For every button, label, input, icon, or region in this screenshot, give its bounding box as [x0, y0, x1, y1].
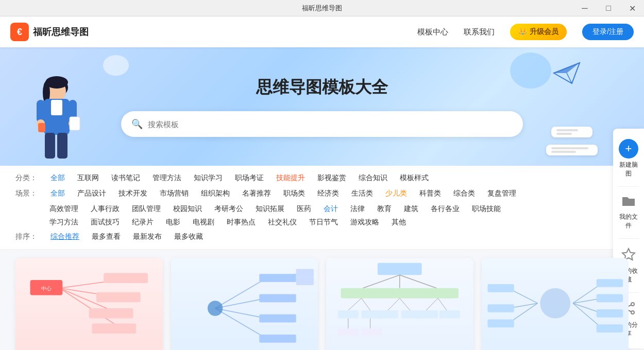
search-input[interactable]	[148, 120, 513, 129]
scene-tag-7[interactable]: 经济类	[312, 187, 344, 200]
scene-tag-11[interactable]: 综合类	[448, 187, 480, 200]
sort-tag-0[interactable]: 综合推荐	[45, 231, 84, 243]
window-title: 福昕思维导图	[302, 4, 342, 13]
scene-tag-12[interactable]: 复盘管理	[482, 187, 521, 200]
scene-tag-21[interactable]: 法律	[345, 203, 370, 215]
scene-tag-22[interactable]: 教育	[372, 203, 397, 215]
scene-tag-24[interactable]: 各行各业	[426, 203, 465, 215]
chat-bubble-2	[546, 145, 598, 155]
svg-rect-50	[341, 288, 382, 299]
category-tag-5[interactable]: 职场考证	[230, 172, 269, 184]
scene-tag-29[interactable]: 电影	[161, 216, 185, 229]
filter-area: 分类： 全部 互联网 读书笔记 管理方法 知识学习 职场考证 技能提升 影视鉴赏…	[0, 166, 644, 250]
my-files-button[interactable]: 我的文件	[613, 190, 644, 235]
header: € 福昕思维导图 模板中心 联系我们 👑 升级会员 登录/注册	[0, 16, 644, 47]
plane-svg	[551, 60, 582, 86]
scene-tag-all[interactable]: 全部	[45, 187, 70, 200]
sort-row: 排序： 综合推荐 最多查看 最新发布 最多收藏	[15, 231, 629, 243]
upgrade-label: 升级会员	[530, 27, 558, 37]
scene-tag-3[interactable]: 市场营销	[155, 187, 194, 200]
scene-tag-15[interactable]: 团队管理	[127, 203, 166, 215]
scene-tag-16[interactable]: 校园知识	[168, 203, 207, 215]
nav-template-center[interactable]: 模板中心	[417, 27, 448, 37]
svg-rect-55	[338, 310, 359, 319]
scene-tag-6[interactable]: 职场类	[278, 187, 310, 200]
template-card-3[interactable]	[326, 258, 473, 350]
scene-tag-9[interactable]: 少儿类	[380, 187, 412, 200]
window-controls: ─ □ ✕	[573, 0, 644, 16]
scene-tag-5[interactable]: 名著推荐	[237, 187, 276, 200]
new-map-button[interactable]: + 新建脑图	[613, 134, 644, 183]
template-card-1[interactable]: 中心	[15, 258, 163, 350]
sort-tag-1[interactable]: 最多查看	[87, 231, 126, 243]
svg-line-33	[215, 278, 266, 308]
login-button[interactable]: 登录/注册	[582, 24, 634, 40]
svg-rect-13	[70, 117, 80, 130]
scene-tag-30[interactable]: 电视剧	[188, 216, 219, 229]
new-map-label: 新建脑图	[617, 161, 640, 178]
svg-line-49	[400, 275, 436, 288]
svg-rect-43	[259, 335, 296, 343]
category-tag-6[interactable]: 技能提升	[271, 172, 310, 184]
scene-row-2: 高效管理 人事行政 团队管理 校园知识 考研考公 知识拓展 医药 会计 法律 教…	[15, 203, 629, 215]
minimize-button[interactable]: ─	[573, 0, 597, 16]
scene-tag-23[interactable]: 建筑	[399, 203, 423, 215]
svg-line-36	[215, 308, 266, 339]
card-2-preview	[171, 258, 318, 350]
svg-rect-42	[259, 314, 296, 323]
upgrade-button[interactable]: 👑 升级会员	[510, 24, 567, 40]
svg-rect-10	[45, 133, 55, 159]
scene-tag-13[interactable]: 高效管理	[44, 203, 83, 215]
scene-tag-8[interactable]: 生活类	[346, 187, 378, 200]
scene-tag-17[interactable]: 考研考公	[209, 203, 248, 215]
scene-tag-1[interactable]: 产品设计	[72, 187, 111, 200]
category-tag-2[interactable]: 读书笔记	[106, 172, 145, 184]
scene-tag-31[interactable]: 时事热点	[222, 216, 261, 229]
scene-tag-27[interactable]: 面试技巧	[86, 216, 125, 229]
svg-rect-11	[57, 133, 67, 159]
svg-rect-27	[104, 273, 148, 283]
scene-tag-25[interactable]: 职场技能	[467, 203, 506, 215]
scene-tag-34[interactable]: 游戏攻略	[345, 216, 384, 229]
card-3-preview	[326, 258, 473, 350]
paper-plane	[551, 60, 582, 88]
scene-tag-33[interactable]: 节日节气	[304, 216, 343, 229]
scene-tag-26[interactable]: 学习方法	[44, 216, 83, 229]
nav-contact-us[interactable]: 联系我们	[464, 27, 495, 37]
svg-line-34	[215, 298, 266, 308]
scene-tag-10[interactable]: 科普类	[414, 187, 446, 200]
scene-tag-35[interactable]: 其他	[386, 216, 411, 229]
svg-rect-63	[417, 310, 438, 319]
svg-rect-68	[362, 328, 382, 336]
svg-marker-15	[554, 63, 580, 73]
category-tag-0[interactable]: 全部	[45, 172, 70, 184]
banner-title: 思维导图模板大全	[256, 76, 388, 99]
category-tag-4[interactable]: 知识学习	[189, 172, 228, 184]
category-tag-8[interactable]: 综合知识	[353, 172, 393, 184]
scene-tag-20[interactable]: 会计	[318, 203, 343, 215]
scene-tag-2[interactable]: 技术开发	[113, 187, 152, 200]
close-button[interactable]: ✕	[620, 0, 644, 16]
card-1-preview: 中心	[15, 258, 163, 350]
logo-area: € 福昕思维导图	[10, 23, 89, 41]
template-card-4[interactable]	[482, 258, 629, 350]
category-tag-9[interactable]: 模板样式	[395, 172, 434, 184]
maximize-button[interactable]: □	[597, 0, 620, 16]
scene-tag-28[interactable]: 纪录片	[127, 216, 159, 229]
sidebar-divider-1	[618, 186, 639, 187]
sort-label: 排序：	[15, 232, 37, 241]
scene-tag-32[interactable]: 社交礼仪	[263, 216, 302, 229]
template-card-2[interactable]	[171, 258, 318, 350]
sort-tag-2[interactable]: 最新发布	[128, 231, 167, 243]
category-tag-3[interactable]: 管理方法	[147, 172, 187, 184]
scene-tag-18[interactable]: 知识拓展	[250, 203, 290, 215]
add-icon: +	[619, 139, 638, 159]
scene-tag-4[interactable]: 组织架构	[196, 187, 235, 200]
category-tag-7[interactable]: 影视鉴赏	[312, 172, 351, 184]
sort-tag-3[interactable]: 最多收藏	[169, 231, 208, 243]
category-tag-1[interactable]: 互联网	[72, 172, 104, 184]
scene-tag-14[interactable]: 人事行政	[86, 203, 125, 215]
scene-tag-19[interactable]: 医药	[292, 203, 316, 215]
svg-point-39	[207, 301, 222, 316]
svg-rect-83	[487, 320, 514, 328]
